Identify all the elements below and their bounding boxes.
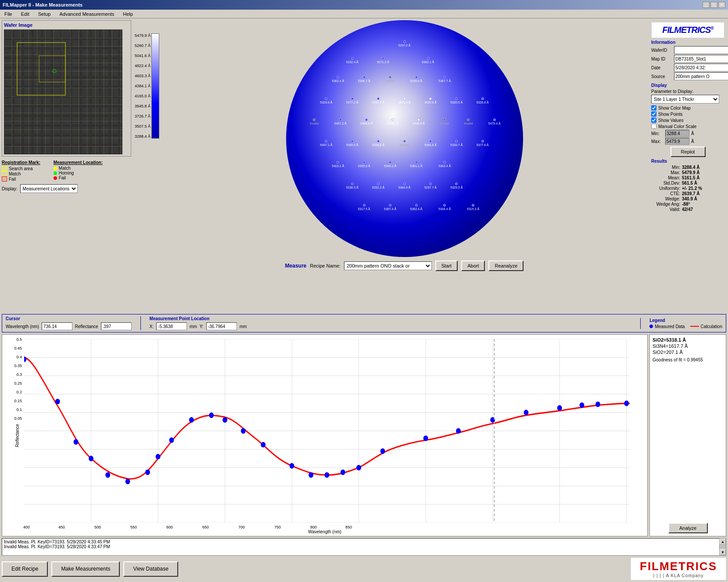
meas-pt-7[interactable]: 5367.7 Å	[438, 76, 451, 83]
data-pt-23[interactable]	[524, 410, 529, 415]
data-pt-2[interactable]	[74, 439, 79, 445]
meas-pt-27[interactable]: 5355.0 Å	[358, 161, 370, 168]
min-input[interactable]	[665, 130, 689, 137]
meas-pt-17[interactable]: 3288.4 Å	[386, 118, 398, 125]
manual-color-scale-checkbox[interactable]	[651, 124, 656, 129]
data-pt-18[interactable]	[356, 465, 361, 471]
meas-pt-36[interactable]: 5317.5 Å	[358, 204, 370, 211]
menu-help[interactable]: Help	[120, 11, 136, 17]
meas-pt-8[interactable]: 5329.9 Å	[320, 97, 332, 104]
data-pt-15[interactable]	[308, 472, 313, 478]
data-pt-20[interactable]	[423, 436, 428, 441]
meas-pt-39[interactable]: 5334.4 Å	[438, 204, 451, 211]
data-pt-24[interactable]	[557, 405, 562, 411]
replot-button[interactable]: Replot	[671, 146, 706, 157]
meas-pt-40[interactable]: 5315.3 Å	[467, 204, 479, 211]
meas-pt-2[interactable]: 5071.2 Å	[377, 57, 389, 64]
menu-advanced[interactable]: Advanced Measurements	[57, 11, 117, 17]
meas-pt-5[interactable]: 5308.7 Å	[358, 76, 370, 83]
data-pt-17[interactable]	[341, 469, 345, 475]
reflectance-input[interactable]	[101, 322, 132, 330]
meas-pt-24[interactable]: 5339.7 Å	[450, 140, 463, 147]
meas-pt-10[interactable]: 5337.7 Å	[372, 97, 384, 104]
meas-pt-11[interactable]: 3649.4 Å	[398, 97, 410, 104]
meas-pt-22[interactable]: 5339.8 Å	[372, 140, 384, 147]
data-pt-1[interactable]	[55, 399, 60, 404]
wafer-circle[interactable]: 5297.0 Å 5332.4 Å 5071.2 Å 5382.1 Å	[286, 20, 523, 257]
data-pt-7[interactable]	[156, 454, 161, 460]
meas-pt-26[interactable]: 5403.1 Å	[332, 161, 344, 168]
analyze-button[interactable]: Analyze	[668, 523, 708, 533]
data-pt-8[interactable]	[169, 437, 174, 443]
wafer-id-input[interactable]	[674, 46, 728, 54]
meas-pt-12[interactable]: 3509.9 Å	[424, 97, 437, 104]
data-pt-27[interactable]	[624, 400, 629, 406]
data-pt-21[interactable]	[456, 428, 461, 434]
meas-pt-31[interactable]: 5336.5 Å	[346, 182, 359, 189]
meas-pt-0[interactable]: 5297.0 Å	[398, 40, 410, 47]
meas-pt-23[interactable]: 5364.6 Å	[424, 140, 437, 147]
meas-pt-15[interactable]: 5407.2 Å	[334, 118, 347, 125]
data-pt-19[interactable]	[380, 448, 385, 454]
data-pt-16[interactable]	[325, 472, 330, 478]
make-measurements-button[interactable]: Make Measurements	[51, 561, 120, 577]
data-pt-12[interactable]	[241, 428, 246, 434]
data-pt-11[interactable]	[222, 417, 227, 423]
data-pt-26[interactable]	[595, 401, 600, 407]
log-scroll-up[interactable]: ▲	[720, 539, 726, 545]
meas-pt-34[interactable]: 5297.7 Å	[424, 182, 437, 189]
meas-pt-14[interactable]: 5326.6 Å	[477, 97, 489, 104]
meas-pt-9[interactable]: 5377.2 Å	[346, 97, 359, 104]
recipe-select[interactable]: 200mm pattern ONO stack or	[344, 261, 432, 270]
show-points-checkbox[interactable]	[651, 111, 656, 117]
abort-button[interactable]: Abort	[461, 261, 485, 271]
meas-pt-30[interactable]: 5362.4 Å	[438, 161, 451, 168]
data-pt-14[interactable]	[290, 463, 294, 469]
data-pt-25[interactable]	[580, 403, 585, 408]
reanalyze-button[interactable]: Reanalyze	[488, 261, 524, 271]
meas-pt-32[interactable]: 5292.2 Å	[372, 182, 384, 189]
show-values-checkbox[interactable]	[651, 118, 656, 123]
meas-pt-invalid-2[interactable]: Invalid	[440, 118, 449, 125]
meas-pt-invalid-1[interactable]: Invalid	[310, 118, 319, 125]
data-pt-10[interactable]	[209, 413, 214, 418]
meas-pt-3[interactable]: 5382.1 Å	[422, 57, 434, 64]
x-input[interactable]	[156, 322, 187, 330]
meas-pt-16[interactable]: 5406.8 Å	[360, 118, 373, 125]
meas-pt-21[interactable]: 5365.5 Å	[346, 140, 359, 147]
meas-pt-20[interactable]: 5497.1 Å	[320, 140, 332, 147]
data-pt-13[interactable]	[261, 442, 265, 448]
view-database-button[interactable]: View Database	[123, 561, 178, 577]
meas-pt-33[interactable]: 5364.9 Å	[398, 182, 410, 189]
show-color-map-checkbox[interactable]	[651, 105, 656, 111]
maximize-button[interactable]: □	[710, 2, 717, 8]
max-input[interactable]	[665, 138, 689, 145]
param-select[interactable]: Site 1 Layer 1 Thickr	[651, 95, 719, 104]
wavelength-input[interactable]	[42, 322, 72, 330]
meas-pt-37[interactable]: 5397.4 Å	[384, 204, 396, 211]
meas-pt-13[interactable]: 5335.5 Å	[450, 97, 463, 104]
meas-pt-35[interactable]: 5329.5 Å	[450, 182, 463, 189]
meas-pt-4[interactable]: 5362.4 Å	[332, 76, 344, 83]
close-button[interactable]: ✕	[718, 2, 725, 8]
data-pt-5[interactable]	[126, 478, 130, 484]
display-select[interactable]: Measurement Locations	[20, 184, 78, 193]
meas-pt-1[interactable]: 5332.4 Å	[346, 57, 359, 64]
meas-pt-29[interactable]: 5361.1 Å	[410, 161, 422, 168]
log-scroll-down[interactable]: ▼	[720, 549, 726, 555]
y-input[interactable]	[206, 322, 237, 330]
meas-pt-19[interactable]: 5479.4 Å	[488, 118, 501, 125]
meas-pt-6[interactable]: 5299.0 Å	[410, 76, 422, 83]
menu-setup[interactable]: Setup	[36, 11, 54, 17]
menu-file[interactable]: File	[2, 11, 15, 17]
minimize-button[interactable]: _	[703, 2, 710, 8]
data-pt-3[interactable]	[89, 456, 93, 461]
meas-pt-38[interactable]: 5362.4 Å	[410, 204, 422, 211]
edit-recipe-button[interactable]: Edit Recipe	[2, 561, 48, 577]
start-button[interactable]: Start	[435, 261, 458, 271]
date-input[interactable]	[674, 64, 728, 71]
source-input[interactable]	[674, 72, 728, 80]
meas-pt-18[interactable]: 3399.9 Å	[412, 118, 425, 125]
map-id-input[interactable]	[674, 55, 728, 63]
menu-edit[interactable]: Edit	[18, 11, 32, 17]
